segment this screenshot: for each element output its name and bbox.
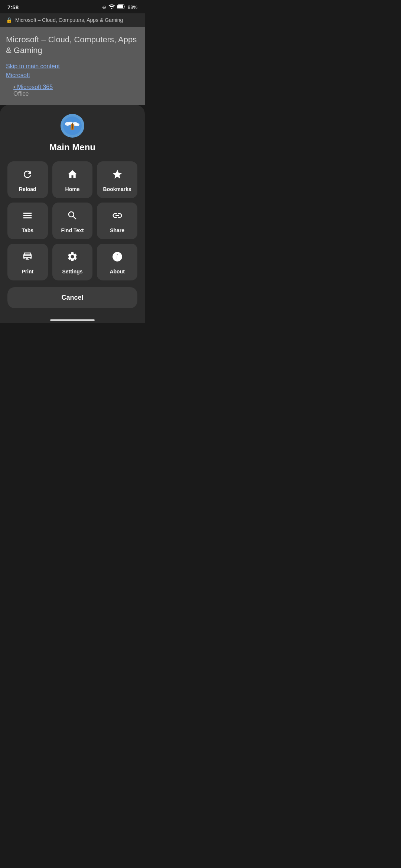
find-text-button[interactable]: Find Text [52, 203, 93, 239]
menu-header: Main Menu [7, 114, 137, 152]
svg-point-0 [111, 8, 112, 9]
web-content: Microsoft – Cloud, Computers, Apps & Gam… [0, 27, 145, 105]
print-icon [22, 251, 33, 264]
home-bar [50, 319, 95, 321]
cancel-button[interactable]: Cancel [7, 287, 137, 308]
reload-icon [22, 169, 33, 182]
bookmarks-icon [112, 169, 123, 182]
svg-rect-15 [26, 258, 28, 259]
main-menu-sheet: Main Menu Reload Home [0, 105, 145, 316]
share-icon [112, 210, 123, 223]
menu-title: Main Menu [49, 142, 95, 152]
home-button[interactable]: Home [52, 161, 93, 198]
about-button[interactable]: About [97, 244, 137, 280]
home-label: Home [65, 186, 80, 192]
settings-label: Settings [62, 269, 82, 274]
svg-rect-14 [26, 259, 29, 260]
bookmarks-label: Bookmarks [103, 186, 131, 192]
status-bar: 7:58 ⊖ 88% [0, 0, 145, 13]
dnd-icon: ⊖ [102, 4, 106, 10]
bullet-item-2: Office [6, 91, 139, 97]
microsoft-link[interactable]: Microsoft [6, 72, 139, 79]
settings-button[interactable]: Settings [52, 244, 93, 280]
about-icon [112, 251, 123, 264]
reload-button[interactable]: Reload [7, 161, 48, 198]
skip-link[interactable]: Skip to main content [6, 63, 139, 70]
share-label: Share [110, 227, 124, 233]
share-button[interactable]: Share [97, 203, 137, 239]
menu-grid: Reload Home Bookmarks [7, 161, 137, 280]
battery-icon [117, 4, 125, 10]
tabs-button[interactable]: Tabs [7, 203, 48, 239]
address-bar[interactable]: 🔒 Microsoft – Cloud, Computers, Apps & G… [0, 13, 145, 27]
home-indicator [0, 316, 145, 323]
reload-label: Reload [19, 186, 36, 192]
find-text-label: Find Text [61, 227, 84, 233]
svg-point-18 [117, 254, 118, 256]
settings-icon [67, 251, 78, 264]
url-text: Microsoft – Cloud, Computers, Apps & Gam… [15, 17, 123, 23]
print-button[interactable]: Print [7, 244, 48, 280]
wifi-icon [108, 4, 115, 10]
tabs-icon [22, 210, 33, 223]
print-label: Print [22, 269, 33, 274]
browser-logo [61, 114, 84, 138]
svg-rect-2 [118, 5, 123, 8]
home-icon [67, 169, 78, 182]
battery-percent: 88% [128, 4, 137, 10]
status-icons: ⊖ 88% [102, 4, 137, 10]
bookmarks-button[interactable]: Bookmarks [97, 161, 137, 198]
status-time: 7:58 [7, 4, 19, 10]
bullet-item-1[interactable]: Microsoft 365 [6, 84, 139, 91]
find-text-icon [67, 210, 78, 223]
tabs-label: Tabs [22, 227, 34, 233]
about-label: About [110, 269, 124, 274]
web-page-title: Microsoft – Cloud, Computers, Apps & Gam… [6, 34, 139, 56]
lock-icon: 🔒 [6, 17, 12, 23]
